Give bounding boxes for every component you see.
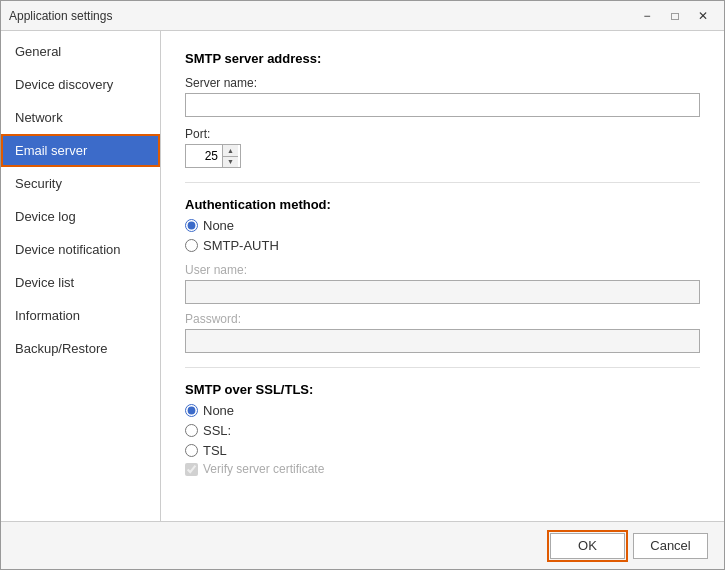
username-label: User name: [185,263,700,277]
close-button[interactable]: ✕ [690,6,716,26]
sidebar-item-network[interactable]: Network [1,101,160,134]
port-input[interactable] [186,145,222,167]
password-label: Password: [185,312,700,326]
port-spin-up[interactable]: ▲ [223,145,238,157]
footer: OK Cancel [1,521,724,569]
server-name-input[interactable] [185,93,700,117]
port-label: Port: [185,127,700,141]
server-name-label: Server name: [185,76,700,90]
title-bar: Application settings − □ ✕ [1,1,724,31]
ssl-ssl-label: SSL: [203,423,231,438]
sidebar-item-device-list[interactable]: Device list [1,266,160,299]
divider-2 [185,367,700,368]
auth-none-option[interactable]: None [185,218,700,233]
smtp-section-title: SMTP server address: [185,51,700,66]
ssl-radio-group: None SSL: TSL [185,403,700,458]
port-spin-down[interactable]: ▼ [223,157,238,168]
verify-cert-option: Verify server certificate [185,462,700,476]
sidebar-item-security[interactable]: Security [1,167,160,200]
sidebar-item-email-server[interactable]: Email server [1,134,160,167]
auth-smtp-auth-option[interactable]: SMTP-AUTH [185,238,700,253]
sidebar-item-general[interactable]: General [1,35,160,68]
maximize-button[interactable]: □ [662,6,688,26]
ssl-ssl-radio[interactable] [185,424,198,437]
auth-none-label: None [203,218,234,233]
auth-section-title: Authentication method: [185,197,700,212]
sidebar-item-backup-restore[interactable]: Backup/Restore [1,332,160,365]
ok-button[interactable]: OK [550,533,625,559]
username-input[interactable] [185,280,700,304]
title-bar-buttons: − □ ✕ [634,6,716,26]
ssl-tls-label: TSL [203,443,227,458]
divider-1 [185,182,700,183]
ssl-none-radio[interactable] [185,404,198,417]
verify-cert-checkbox[interactable] [185,463,198,476]
application-window: Application settings − □ ✕ General Devic… [0,0,725,570]
auth-none-radio[interactable] [185,219,198,232]
auth-smtp-auth-label: SMTP-AUTH [203,238,279,253]
verify-cert-label: Verify server certificate [203,462,324,476]
sidebar-item-device-log[interactable]: Device log [1,200,160,233]
port-spin-buttons: ▲ ▼ [222,145,238,167]
port-spinbox: ▲ ▼ [185,144,241,168]
auth-smtp-auth-radio[interactable] [185,239,198,252]
cancel-button[interactable]: Cancel [633,533,708,559]
minimize-button[interactable]: − [634,6,660,26]
ssl-section-title: SMTP over SSL/TLS: [185,382,700,397]
main-panel: SMTP server address: Server name: Port: … [161,31,724,521]
ssl-none-option[interactable]: None [185,403,700,418]
ssl-tls-radio[interactable] [185,444,198,457]
sidebar-item-device-notification[interactable]: Device notification [1,233,160,266]
ssl-ssl-option[interactable]: SSL: [185,423,700,438]
ssl-tls-option[interactable]: TSL [185,443,700,458]
sidebar-item-information[interactable]: Information [1,299,160,332]
ssl-none-label: None [203,403,234,418]
content-area: General Device discovery Network Email s… [1,31,724,521]
auth-radio-group: None SMTP-AUTH [185,218,700,253]
sidebar-item-device-discovery[interactable]: Device discovery [1,68,160,101]
sidebar: General Device discovery Network Email s… [1,31,161,521]
password-input[interactable] [185,329,700,353]
window-title: Application settings [9,9,112,23]
